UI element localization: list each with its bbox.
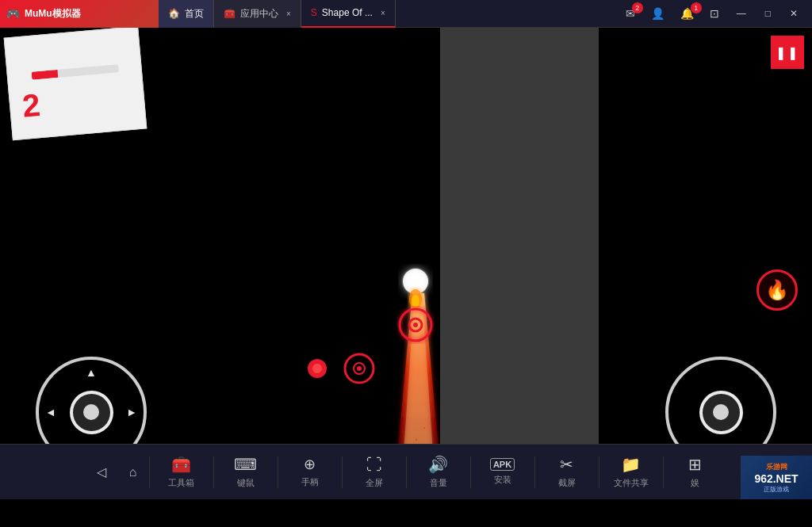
home-button[interactable]: ⌂ [117, 445, 149, 500]
tab-appstore-label: 应用中心 [240, 7, 278, 21]
user-btn[interactable]: 👤 [646, 6, 669, 21]
tabs-area: 🏠 首页 🧰 应用中心 × S Shape Of ... × [159, 0, 613, 28]
keyboard-icon: ⌨ [234, 455, 257, 474]
svg-point-43 [357, 366, 362, 371]
toolbar-screenshot[interactable]: ✂ 截屏 [535, 449, 599, 495]
svg-point-39 [308, 359, 327, 378]
toolbar-keyboard[interactable]: ⌨ 键鼠 [214, 449, 278, 495]
tab-game-label: Shape Of ... [322, 7, 373, 18]
logo-area: 🎮 MuMu模拟器 [0, 0, 159, 28]
joystick-inner-right [699, 391, 743, 434]
toolbar-fullscreen[interactable]: ⛶ 全屏 [343, 449, 406, 495]
toolbox-label: 工具箱 [168, 477, 194, 489]
svg-point-31 [423, 427, 425, 429]
toolbar: ◁ ⌂ 🧰 工具箱 ⌨ 键鼠 ⊕ 手柄 ⛶ 全屏 [0, 444, 812, 499]
hp-bar [32, 64, 119, 80]
more-label: 娱 [691, 477, 699, 489]
toolbar-volume[interactable]: 🔊 音量 [407, 449, 470, 495]
volume-icon: 🔊 [428, 455, 448, 474]
svg-point-37 [409, 319, 422, 331]
svg-point-30 [402, 431, 404, 433]
close-btn[interactable]: ✕ [783, 8, 804, 19]
toolbar-more[interactable]: ⊞ 娱 [664, 449, 727, 495]
alert-badge: 1 [691, 2, 702, 13]
watermark-top: 乐游网 [766, 462, 787, 472]
watermark: 乐游网 962.NET 正版游戏 [741, 456, 812, 499]
tab-home-label: 首页 [185, 7, 204, 21]
gamepad-label: 手柄 [301, 476, 319, 488]
main-area: 2 ❚❚ 🔥 [0, 28, 812, 499]
tab-game[interactable]: S Shape Of ... × [301, 0, 396, 28]
minimize-btn[interactable]: — [730, 8, 753, 19]
share-icon: 📁 [621, 455, 641, 474]
fire-icon-glyph: 🔥 [765, 279, 789, 301]
score-card: 2 [4, 26, 147, 140]
watermark-url: 962.NET [754, 472, 798, 485]
tab-home[interactable]: 🏠 首页 [159, 0, 214, 28]
arrow-right-left: ► [126, 406, 137, 418]
titlebar-right: ✉ 2 👤 🔔 1 ⊡ — □ ✕ [613, 6, 812, 21]
alert-btn[interactable]: 🔔 1 [676, 6, 699, 21]
install-icon: APK [490, 458, 515, 471]
tab-game-close[interactable]: × [381, 9, 385, 17]
svg-point-36 [400, 309, 431, 341]
score-display: 2 [21, 87, 41, 124]
logo-text: MuMu模拟器 [25, 7, 81, 21]
svg-point-42 [354, 363, 365, 374]
game-tab-icon: S [311, 7, 317, 18]
more-icon: ⊞ [688, 455, 702, 474]
joystick-dot-left [83, 404, 99, 420]
pause-button[interactable]: ❚❚ [771, 36, 804, 69]
svg-point-38 [413, 323, 418, 327]
arrow-left-left: ◄ [45, 406, 56, 418]
notification-btn[interactable]: ✉ 2 [621, 6, 640, 21]
toolbar-install[interactable]: APK 安装 [471, 452, 534, 492]
logo-icon: 🎮 [6, 7, 20, 20]
dark-panel [440, 28, 599, 499]
tab-appstore-close[interactable]: × [286, 10, 291, 18]
tab-appstore[interactable]: 🧰 应用中心 × [214, 0, 301, 28]
joystick-inner-left [70, 391, 113, 434]
notification-badge: 2 [632, 2, 643, 13]
keyboard-label: 键鼠 [237, 477, 255, 489]
arrow-up-left: ▲ [86, 366, 97, 379]
joystick-dot-right [713, 404, 729, 420]
volume-label: 音量 [430, 477, 447, 489]
home-icon: ⌂ [129, 465, 137, 479]
maximize-btn[interactable]: □ [759, 8, 777, 19]
svg-point-29 [416, 439, 417, 441]
share-label: 文件共享 [614, 477, 649, 489]
svg-point-34 [409, 289, 422, 308]
svg-point-41 [345, 354, 373, 383]
fire-button[interactable]: 🔥 [756, 269, 798, 311]
hp-area [32, 64, 119, 80]
toolbar-gamepad[interactable]: ⊕ 手柄 [278, 449, 342, 495]
resize-btn[interactable]: ⊡ [705, 6, 724, 21]
pause-icon: ❚❚ [776, 45, 799, 60]
home-icon: 🏠 [168, 8, 180, 19]
appstore-icon: 🧰 [224, 8, 236, 19]
install-label: 安装 [494, 474, 511, 486]
svg-point-33 [403, 269, 428, 294]
gamepad-icon: ⊕ [304, 456, 316, 473]
fullscreen-icon: ⛶ [366, 456, 382, 474]
back-button[interactable]: ◁ [86, 445, 117, 500]
screenshot-icon: ✂ [560, 455, 573, 474]
toolbar-toolbox[interactable]: 🧰 工具箱 [150, 449, 213, 495]
svg-point-32 [401, 267, 430, 296]
hp-fill [32, 70, 59, 80]
titlebar: 🎮 MuMu模拟器 🏠 首页 🧰 应用中心 × S Shape Of ... ×… [0, 0, 812, 28]
toolbox-icon: 🧰 [171, 455, 191, 474]
screenshot-label: 截屏 [558, 477, 576, 489]
back-icon: ◁ [97, 464, 106, 479]
svg-point-40 [312, 364, 322, 373]
game-viewport[interactable]: 2 ❚❚ 🔥 [0, 28, 812, 499]
watermark-sub: 正版游戏 [764, 485, 789, 494]
nav-buttons: ◁ ⌂ [86, 445, 149, 500]
svg-point-35 [412, 295, 419, 307]
toolbar-share[interactable]: 📁 文件共享 [599, 449, 663, 495]
fullscreen-label: 全屏 [366, 477, 383, 489]
